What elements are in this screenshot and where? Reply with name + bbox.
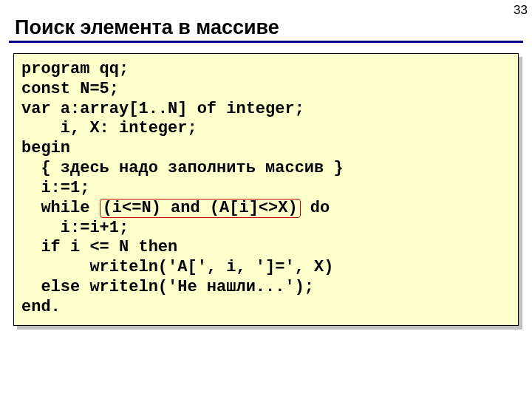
- code-line: { здесь надо заполнить массив }: [21, 159, 344, 177]
- code-line: i:=i+1;: [21, 219, 129, 237]
- code-box: program qq; const N=5; var a:array[1..N]…: [13, 53, 519, 326]
- code-line: if i <= N then: [21, 238, 177, 256]
- code-line-part: do: [301, 199, 330, 217]
- code-line: else writeln('Не нашли...');: [21, 278, 314, 296]
- code-line: end.: [21, 298, 61, 316]
- code-line: begin: [21, 139, 70, 157]
- code-block: program qq; const N=5; var a:array[1..N]…: [13, 53, 519, 326]
- code-line: i, X: integer;: [21, 119, 197, 137]
- code-line: const N=5;: [21, 80, 119, 98]
- code-content: program qq; const N=5; var a:array[1..N]…: [21, 60, 511, 318]
- page-number: 33: [514, 3, 528, 18]
- code-line: writeln('A[', i, ']=', X): [21, 258, 333, 276]
- page-title: Поиск элемента в массиве: [15, 16, 532, 39]
- highlighted-condition: (i<=N) and (A[i]<>X): [100, 199, 301, 218]
- code-line: var a:array[1..N] of integer;: [21, 100, 304, 118]
- code-line: program qq;: [21, 60, 129, 78]
- code-line-part: while: [21, 199, 100, 217]
- title-underline: [9, 41, 523, 43]
- code-line: i:=1;: [21, 179, 89, 197]
